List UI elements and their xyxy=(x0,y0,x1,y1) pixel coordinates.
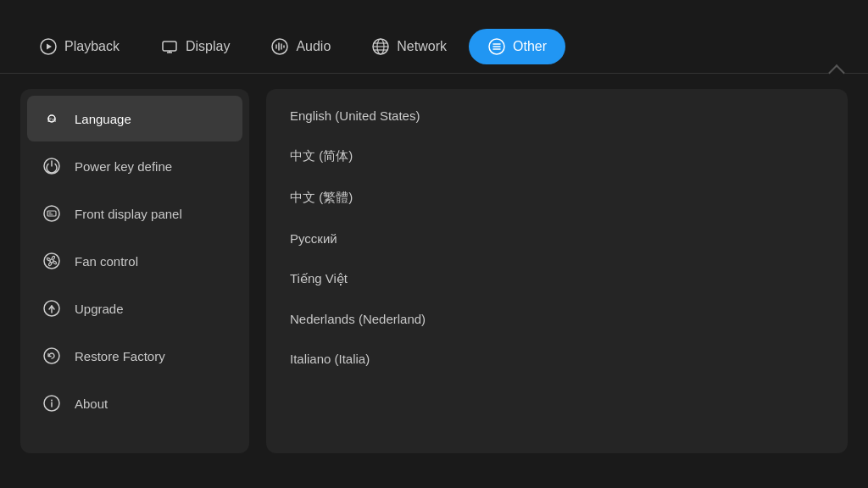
tab-label: Audio xyxy=(296,39,331,54)
tab-audio[interactable]: Audio xyxy=(252,29,349,64)
language-item-zh-cn[interactable]: 中文 (简体) xyxy=(266,136,848,177)
language-item-ru[interactable]: Русский xyxy=(266,219,848,258)
sidebar-item-fan-control[interactable]: Fan control xyxy=(27,238,242,284)
svg-rect-2 xyxy=(163,42,176,51)
restore-icon xyxy=(41,345,63,367)
fan-icon xyxy=(41,250,63,272)
language-label: 中文 (繁體) xyxy=(290,190,353,204)
power-icon xyxy=(41,155,63,177)
svg-point-23 xyxy=(44,206,59,221)
network-icon xyxy=(371,37,390,56)
main-content: EnLanguagePower key defineFront display … xyxy=(0,74,868,469)
tab-display[interactable]: Display xyxy=(142,29,248,64)
tab-divider xyxy=(0,73,868,74)
sidebar-item-label: Language xyxy=(75,112,131,126)
about-icon xyxy=(41,392,63,414)
sidebar-item-upgrade[interactable]: Upgrade xyxy=(27,286,242,331)
language-item-nl[interactable]: Nederlands (Nederland) xyxy=(266,299,848,339)
language-label: Italiano (Italia) xyxy=(290,352,370,366)
language-label: 中文 (简体) xyxy=(290,148,353,163)
tab-playback[interactable]: Playback xyxy=(20,29,138,64)
header: PlaybackDisplayAudioNetworkOther xyxy=(0,0,868,64)
svg-rect-24 xyxy=(47,211,56,216)
tab-other[interactable]: Other xyxy=(469,29,565,64)
display-panel-icon xyxy=(41,202,63,225)
sidebar-item-label: About xyxy=(75,396,108,411)
language-list: English (United States)中文 (简体)中文 (繁體)Рус… xyxy=(266,89,848,453)
svg-marker-1 xyxy=(47,44,52,50)
sidebar-item-label: Fan control xyxy=(75,254,138,269)
language-item-en-us[interactable]: English (United States) xyxy=(266,96,848,136)
language-item-it[interactable]: Italiano (Italia) xyxy=(266,339,848,379)
tab-label: Other xyxy=(513,39,547,54)
sidebar: EnLanguagePower key defineFront display … xyxy=(20,89,249,453)
svg-point-34 xyxy=(51,400,53,402)
svg-point-27 xyxy=(44,253,59,269)
language-label: Nederlands (Nederland) xyxy=(290,312,426,326)
tab-label: Display xyxy=(186,39,230,54)
language-item-zh-tw[interactable]: 中文 (繁體) xyxy=(266,177,848,219)
sidebar-item-front-display[interactable]: Front display panel xyxy=(27,191,242,236)
lang-icon: En xyxy=(41,108,63,130)
svg-point-5 xyxy=(272,39,287,54)
audio-icon xyxy=(270,37,289,56)
display-icon xyxy=(160,37,179,56)
sidebar-item-about[interactable]: About xyxy=(27,380,242,426)
tab-label: Playback xyxy=(64,39,120,54)
sidebar-item-power-key[interactable]: Power key define xyxy=(27,143,242,189)
sidebar-item-label: Front display panel xyxy=(75,207,182,221)
sidebar-item-language[interactable]: EnLanguage xyxy=(27,96,242,141)
sidebar-item-label: Power key define xyxy=(75,159,172,174)
language-label: Tiếng Việt xyxy=(290,271,348,286)
svg-point-31 xyxy=(44,348,59,363)
menu-icon xyxy=(487,37,506,56)
tab-network[interactable]: Network xyxy=(353,29,465,64)
sidebar-item-label: Restore Factory xyxy=(75,349,165,363)
language-label: Русский xyxy=(290,231,337,246)
sidebar-item-label: Upgrade xyxy=(75,302,124,316)
sidebar-item-restore-factory[interactable]: Restore Factory xyxy=(27,333,242,379)
play-icon xyxy=(39,37,58,56)
svg-text:En: En xyxy=(47,116,56,124)
upgrade-icon xyxy=(41,297,63,319)
tab-label: Network xyxy=(397,39,447,54)
language-item-vi[interactable]: Tiếng Việt xyxy=(266,258,848,299)
language-label: English (United States) xyxy=(290,108,420,123)
tab-bar: PlaybackDisplayAudioNetworkOther xyxy=(20,29,848,64)
